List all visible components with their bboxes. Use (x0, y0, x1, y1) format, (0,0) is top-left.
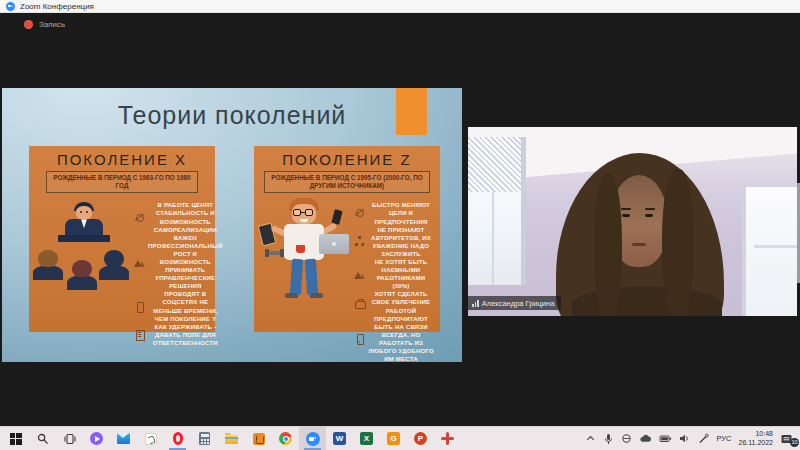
shoe-illustration (285, 293, 298, 298)
room-window-right (742, 187, 797, 316)
clock-time: 10:48 (738, 430, 773, 439)
action-center-button[interactable]: 10 (780, 433, 795, 445)
taskbar-chrome-button[interactable] (272, 427, 299, 450)
tray-battery[interactable] (659, 433, 672, 444)
tray-expand-button[interactable] (585, 433, 596, 444)
cloud-icon (639, 433, 652, 444)
eyebrow (645, 208, 655, 210)
word-icon: W (333, 432, 346, 445)
zoom-icon (306, 432, 320, 446)
tray-utility[interactable] (621, 433, 632, 444)
task-view-icon (64, 433, 76, 445)
taskbar-mail-button[interactable] (110, 427, 137, 450)
speaker-face (76, 206, 92, 220)
generation-x-header: ПОКОЛЕНИЕ X (29, 151, 215, 168)
smartphone-icon (134, 301, 145, 312)
taskbar-explorer-button[interactable] (218, 427, 245, 450)
language-indicator[interactable]: РУС (716, 434, 731, 443)
alice-icon (90, 432, 103, 445)
tray-volume[interactable] (679, 433, 691, 444)
powerpoint-letter: P (418, 434, 423, 443)
taskbar-alice-button[interactable] (83, 427, 110, 450)
writer-app-icon (145, 433, 157, 445)
generation-x-illustration (34, 198, 134, 331)
audience-head (72, 260, 92, 277)
list-item: ПРЕДПОЧИТАЮТ БЫТЬ НА СВЯЗИ ВСЕГДА, НО РА… (354, 315, 434, 364)
g-app-icon: G (387, 432, 400, 445)
audience-shoulders (33, 265, 63, 280)
list-item: ВАЖЕН ПРОФЕССИОНАЛЬНЫЙ РОСТ И ВОЗМОЖНОСТ… (134, 234, 223, 291)
taskbar-search-button[interactable] (29, 427, 56, 450)
window-frame (754, 245, 797, 248)
opera-icon (173, 432, 183, 445)
mail-icon (117, 433, 130, 444)
task-view-button[interactable] (56, 427, 83, 450)
participant-shoulders (572, 287, 722, 316)
start-button[interactable] (2, 427, 29, 450)
taskbar-g-app-button[interactable]: G (380, 427, 407, 450)
coffee-mug-illustration (296, 245, 305, 253)
window-frame (492, 192, 494, 285)
zoom-meeting-window: Zoom Конференция Запись Теории поколений… (0, 0, 800, 450)
taskbar-orange-app-button[interactable] (245, 427, 272, 450)
windows-logo-icon (10, 433, 22, 445)
list-item: НЕ ПРИЗНАЮТ АВТОРИТЕТОВ, ИХ УВАЖЕНИЕ НАД… (354, 226, 434, 258)
list-item: БЫСТРО МЕНЯЮТ ЦЕЛИ И ПРЕДПОЧТЕНИЯ (354, 201, 434, 225)
glasses-bridge (301, 212, 305, 214)
generation-x-period: РОЖДЕННЫЕ В ПЕРИОД С 1963-ГО ПО 1980 ГОД (46, 171, 198, 193)
tray-pen[interactable] (698, 433, 709, 444)
audience-head (38, 250, 58, 267)
windows-taskbar: W X G P (0, 426, 800, 450)
generation-z-period: РОЖДЕННЫЕ В ПЕРИОД С 1995-ГО (2000-ГО, П… (264, 171, 430, 193)
participant-hair-strand (662, 169, 694, 316)
eye (645, 214, 653, 217)
glasses-icon (305, 209, 313, 216)
lips (632, 243, 646, 246)
system-tray: РУС 10:48 26.11.2022 10 (585, 427, 800, 450)
chevron-up-icon (585, 433, 596, 444)
powerpoint-icon: P (414, 432, 427, 445)
slide-accent-rectangle (396, 88, 427, 135)
jeans-leg (305, 259, 318, 296)
g-letter: G (390, 434, 396, 443)
list-item: КАК УДЕРЖИВАТЬ - ДАВАТЬ ПОЛЕ ДЛЯ ОТВЕТСТ… (134, 323, 223, 347)
recording-dot-icon (24, 20, 33, 29)
search-icon (37, 433, 49, 445)
taskbar-writer-button[interactable] (137, 427, 164, 450)
excel-letter: X (364, 434, 369, 443)
tray-microphone[interactable] (603, 433, 614, 445)
compass-pen-icon (354, 208, 365, 219)
calculator-icon (199, 432, 210, 445)
participant-name: Александра Грицина (482, 299, 555, 308)
clock[interactable]: 10:48 26.11.2022 (738, 430, 773, 448)
microphone-icon (603, 433, 614, 445)
battery-icon (659, 433, 672, 444)
taskbar-zoom-button[interactable] (299, 427, 326, 450)
taskbar-powerpoint-button[interactable]: P (407, 427, 434, 450)
pen-icon (698, 433, 709, 444)
taskbar-opera-button[interactable] (164, 427, 191, 450)
briefcase-icon (354, 297, 365, 308)
tray-utility-icon (621, 433, 632, 444)
generation-z-header: ПОКОЛЕНИЕ Z (254, 151, 440, 168)
taskbar-calculator-button[interactable] (191, 427, 218, 450)
checklist-icon (134, 329, 145, 340)
eye (622, 214, 630, 217)
dumbbell-illustration (267, 251, 282, 255)
chrome-icon (279, 432, 292, 445)
audience-head (104, 250, 124, 267)
taskbar-word-button[interactable]: W (326, 427, 353, 450)
hierarchy-icon (354, 236, 365, 247)
participant-hair-strand (594, 173, 622, 316)
taskbar-excel-button[interactable]: X (353, 427, 380, 450)
tray-onedrive[interactable] (639, 433, 652, 444)
clock-date: 26.11.2022 (738, 439, 773, 448)
glasses-icon (293, 209, 301, 216)
recording-indicator[interactable]: Запись (24, 20, 65, 29)
tshirt-illustration (284, 224, 324, 260)
eyebrow (621, 208, 631, 210)
window-titlebar: Zoom Конференция (0, 0, 800, 13)
participant-video-tile[interactable]: Александра Грицина (468, 127, 797, 316)
recording-label: Запись (39, 20, 65, 29)
taskbar-flower-app-button[interactable] (434, 427, 461, 450)
